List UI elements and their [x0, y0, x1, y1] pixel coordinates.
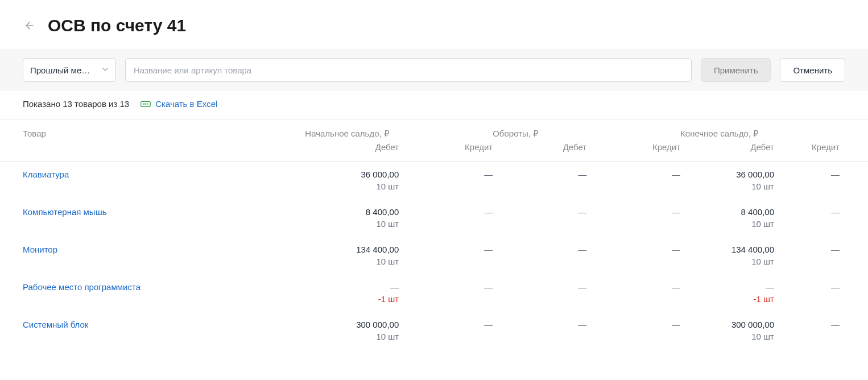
closing-debit-qty: 10 шт: [680, 181, 774, 191]
chevron-down-icon: [101, 65, 110, 76]
turnover-debit-value: —: [493, 207, 586, 217]
status-text: Показано 13 товаров из 13: [23, 99, 129, 109]
turnover-debit-value: —: [493, 245, 586, 254]
period-select-value: Прошлый ме…: [30, 65, 90, 75]
turnover-credit-value: —: [586, 170, 680, 179]
opening-debit-qty: 10 шт: [305, 219, 399, 229]
page-title: ОСВ по счету 41: [48, 16, 186, 35]
cancel-button[interactable]: Отменить: [780, 58, 845, 82]
period-select[interactable]: Прошлый ме…: [23, 58, 116, 82]
closing-credit-value: —: [774, 170, 840, 179]
th-opening-debit: Дебет: [305, 141, 399, 162]
turnover-credit-value: —: [586, 245, 680, 254]
closing-credit-value: —: [774, 320, 840, 329]
search-input[interactable]: [125, 58, 692, 82]
balance-table: Товар Начальное сальдо, ₽ Обороты, ₽ Кон…: [0, 119, 868, 349]
th-closing-debit: Дебет: [680, 141, 774, 162]
product-name-link[interactable]: Системный блок: [23, 320, 88, 329]
filter-bar: Прошлый ме… Применить Отменить: [0, 49, 868, 91]
product-name-link[interactable]: Рабочее место программиста: [23, 282, 140, 292]
product-name-link[interactable]: Монитор: [23, 245, 57, 254]
opening-credit-value: —: [399, 245, 493, 254]
back-arrow-icon[interactable]: [23, 19, 36, 32]
closing-debit-value: —: [680, 282, 774, 292]
opening-debit-value: 8 400,00: [305, 207, 399, 217]
xls-icon: XLS: [140, 100, 151, 108]
turnover-debit-value: —: [493, 282, 586, 292]
turnover-credit-value: —: [586, 320, 680, 329]
opening-debit-value: 300 000,00: [305, 320, 399, 329]
th-product: Товар: [0, 119, 305, 162]
table-row: Клавиатура36 000,0010 шт———36 000,0010 ш…: [0, 162, 868, 200]
table-row: Системный блок300 000,0010 шт———300 000,…: [0, 312, 868, 349]
th-closing: Конечное сальдо, ₽: [680, 119, 868, 142]
closing-credit-value: —: [774, 207, 840, 217]
opening-debit-value: 36 000,00: [305, 170, 399, 179]
product-name-link[interactable]: Клавиатура: [23, 170, 69, 179]
closing-debit-value: 36 000,00: [680, 170, 774, 179]
closing-debit-value: 8 400,00: [680, 207, 774, 217]
apply-button[interactable]: Применить: [701, 58, 771, 82]
product-name-link[interactable]: Компьютерная мышь: [23, 207, 107, 217]
opening-debit-value: —: [305, 282, 399, 292]
closing-debit-qty: 10 шт: [680, 219, 774, 229]
th-closing-credit: Кредит: [774, 141, 868, 162]
turnover-debit-value: —: [493, 320, 586, 329]
turnover-credit-value: —: [586, 207, 680, 217]
closing-debit-value: 134 400,00: [680, 245, 774, 254]
download-excel-link[interactable]: XLS Скачать в Excel: [140, 99, 217, 109]
closing-debit-qty: 10 шт: [680, 332, 774, 341]
th-turnover-debit: Дебет: [493, 141, 586, 162]
table-row: Компьютерная мышь8 400,0010 шт———8 400,0…: [0, 199, 868, 237]
table-row: Рабочее место программиста—-1 шт————-1 ш…: [0, 274, 868, 312]
th-turnover-credit: Кредит: [586, 141, 680, 162]
svg-text:XLS: XLS: [143, 102, 149, 106]
th-opening: Начальное сальдо, ₽: [305, 119, 493, 142]
opening-credit-value: —: [399, 207, 493, 217]
closing-credit-value: —: [774, 245, 840, 254]
opening-debit-qty: 10 шт: [305, 332, 399, 341]
closing-debit-qty: -1 шт: [680, 294, 774, 304]
opening-credit-value: —: [399, 170, 493, 179]
turnover-credit-value: —: [586, 282, 680, 292]
opening-credit-value: —: [399, 282, 493, 292]
opening-debit-value: 134 400,00: [305, 245, 399, 254]
closing-debit-value: 300 000,00: [680, 320, 774, 329]
opening-debit-qty: -1 шт: [305, 294, 399, 304]
turnover-debit-value: —: [493, 170, 586, 179]
th-opening-credit: Кредит: [399, 141, 493, 162]
opening-credit-value: —: [399, 320, 493, 329]
closing-credit-value: —: [774, 282, 840, 292]
download-excel-label: Скачать в Excel: [155, 99, 217, 109]
opening-debit-qty: 10 шт: [305, 181, 399, 191]
closing-debit-qty: 10 шт: [680, 257, 774, 266]
table-row: Монитор134 400,0010 шт———134 400,0010 шт…: [0, 237, 868, 274]
opening-debit-qty: 10 шт: [305, 257, 399, 266]
th-turnover: Обороты, ₽: [493, 119, 680, 142]
